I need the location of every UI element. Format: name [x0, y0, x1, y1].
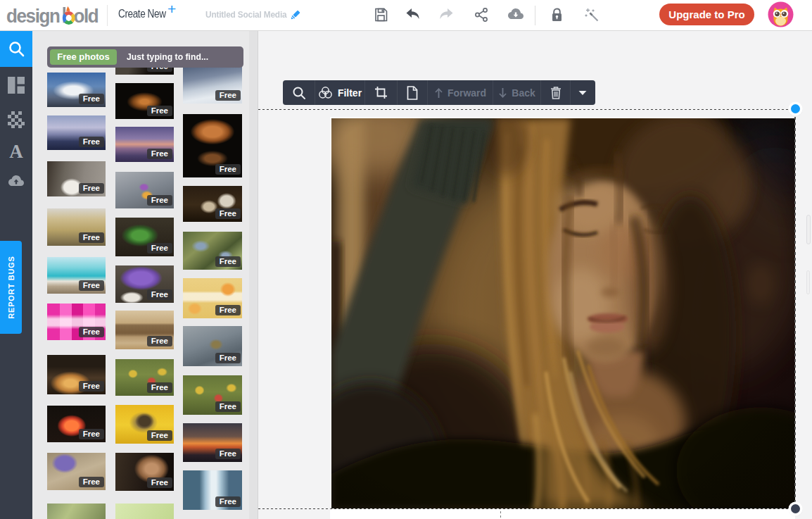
- svg-text:design: design: [6, 5, 59, 27]
- svg-text:old: old: [73, 5, 98, 27]
